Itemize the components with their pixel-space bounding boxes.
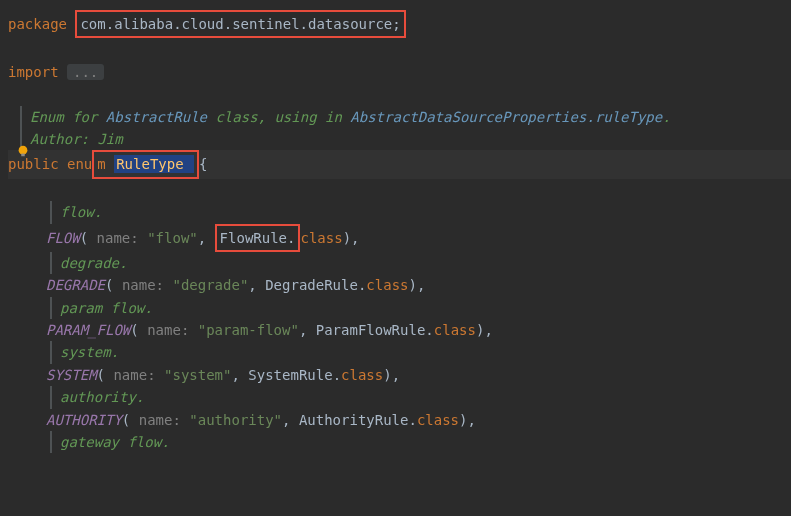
enum-constant-line[interactable]: PARAM_FLOW( name: "param-flow", ParamFlo… [8,319,791,341]
enum-constant-doc: param flow. [50,297,791,319]
enum-constant-doc: gateway flow. [50,431,791,453]
enum-constant-doc-text: flow. [60,201,102,223]
import-line[interactable]: import ... [8,61,791,83]
parameter-hint: name: [130,409,189,431]
class-keyword: class [434,319,476,341]
parameter-hint: name: [88,227,147,249]
rule-class-ref[interactable]: SystemRule [248,364,332,386]
string-literal: "degrade" [172,274,248,296]
enum-constant-line[interactable]: AUTHORITY( name: "authority", AuthorityR… [8,409,791,431]
javadoc-link-properties[interactable]: AbstractDataSourceProperties.ruleType [350,106,662,128]
svg-point-0 [19,146,28,155]
parameter-hint: name: [113,274,172,296]
enum-constant-doc-text: gateway flow. [60,431,170,453]
string-literal: "system" [164,364,231,386]
enum-constant-line[interactable]: SYSTEM( name: "system", SystemRule.class… [8,364,791,386]
rule-class-ref[interactable]: DegradeRule [265,274,358,296]
enum-constant-name: AUTHORITY [46,409,122,431]
enum-declaration-line[interactable]: public enum RuleType { [8,150,791,178]
package-line: package com.alibaba.cloud.sentinel.datas… [8,10,791,38]
enum-constant-line[interactable]: FLOW( name: "flow", FlowRule.class), [8,224,791,252]
enum-constant-doc-text: degrade. [60,252,127,274]
enum-constant-name: PARAM_FLOW [46,319,130,341]
string-literal: "flow" [147,227,198,249]
enum-name[interactable]: RuleType [114,155,194,173]
rule-highlight-box: FlowRule. [215,224,301,252]
enum-constant-doc-text: param flow. [60,297,153,319]
package-name: com.alibaba.cloud.sentinel.datasource; [80,16,400,32]
blank-line-2 [8,83,791,105]
enum-constant-line[interactable]: DEGRADE( name: "degrade", DegradeRule.cl… [8,274,791,296]
enum-constant-doc-text: authority. [60,386,144,408]
import-fold-icon[interactable]: ... [67,64,104,80]
parameter-hint: name: [139,319,198,341]
class-keyword: class [366,274,408,296]
enum-constant-doc: authority. [50,386,791,408]
enum-constant-name: DEGRADE [46,274,105,296]
intention-bulb-icon[interactable] [16,142,30,156]
package-highlight-box: com.alibaba.cloud.sentinel.datasource; [75,10,405,38]
parameter-hint: name: [105,364,164,386]
javadoc-author: Author: Jim [30,128,123,150]
enum-name-highlight-box: m RuleType [92,150,199,178]
javadoc-line-2: Author: Jim [20,128,791,150]
enum-constant-name: FLOW [46,227,80,249]
enum-constant-doc-text: system. [60,341,119,363]
blank-line [8,38,791,60]
javadoc-line-1: Enum for AbstractRule class, using in Ab… [20,106,791,128]
package-keyword: package [8,13,75,35]
string-literal: "authority" [189,409,282,431]
blank-line-3 [8,179,791,201]
rule-class-ref[interactable]: AuthorityRule [299,409,409,431]
import-keyword: import [8,61,67,83]
enum-body: flow.FLOW( name: "flow", FlowRule.class)… [8,201,791,453]
javadoc-text: Enum for [30,106,106,128]
enum-constant-doc: system. [50,341,791,363]
rule-class-ref[interactable]: FlowRule [220,230,287,246]
enum-keyword-part1: enu [67,153,92,175]
javadoc-link-abstractrule[interactable]: AbstractRule [106,106,207,128]
class-keyword: class [341,364,383,386]
rule-class-ref[interactable]: ParamFlowRule [316,319,426,341]
class-keyword: class [300,227,342,249]
enum-constant-name: SYSTEM [46,364,97,386]
enum-constant-doc: degrade. [50,252,791,274]
string-literal: "param-flow" [198,319,299,341]
class-keyword: class [417,409,459,431]
enum-constant-doc: flow. [50,201,791,223]
svg-rect-1 [21,154,25,157]
